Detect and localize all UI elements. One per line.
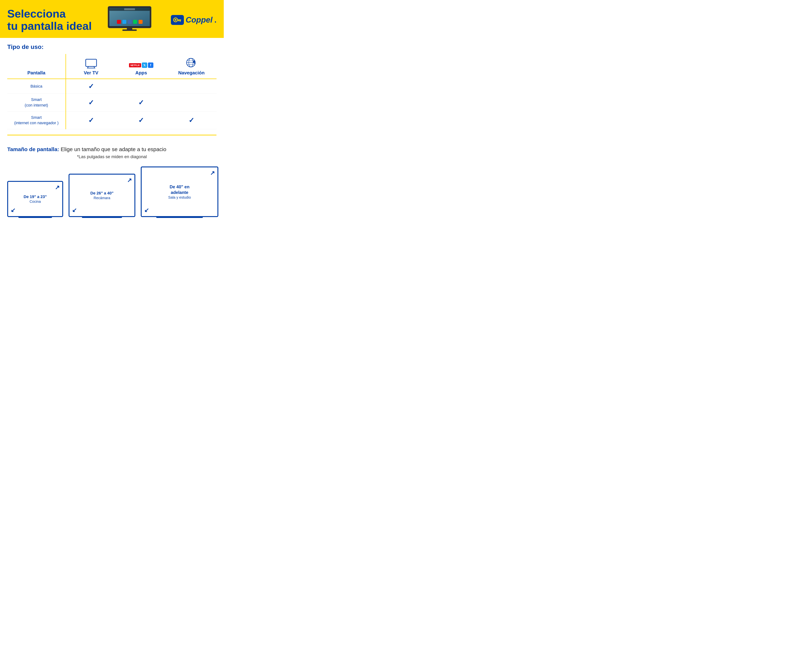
checkmark-icon: ✓ (138, 116, 144, 124)
apps-icons-group: NETFLIX 𝕏 f (129, 63, 153, 68)
col-header-pantalla: Pantalla (7, 54, 66, 79)
tv-size-medium: ↗ ↗ De 26" a 40" Recámara (69, 174, 135, 218)
arrow-sw-icon: ↗ (144, 207, 149, 214)
svg-rect-15 (180, 20, 181, 22)
navegacion-check-smart-nav: ✓ (166, 112, 217, 129)
main-content: Tipo de uso: Pantalla Ver TV (0, 38, 224, 146)
svg-rect-14 (177, 20, 181, 20)
header-title-block: Selecciona tu pantalla ideal (7, 8, 92, 32)
tv-room-label: Cocina (24, 199, 47, 203)
twitter-icon: 𝕏 (142, 63, 147, 68)
ver-tv-check-smart-nav: ✓ (66, 112, 116, 129)
navegacion-header: Navegación (170, 57, 213, 76)
svg-rect-4 (124, 8, 135, 10)
ver-tv-check-basica: ✓ (66, 79, 116, 94)
arrow-ne-icon: ↗ (210, 170, 215, 176)
col-header-ver-tv: Ver TV (66, 54, 116, 79)
header-banner: Selecciona tu pantalla ideal (0, 0, 224, 38)
col-header-apps: NETFLIX 𝕏 f Apps (116, 54, 166, 79)
arrow-ne-icon: ↗ (127, 177, 132, 184)
table-row: Smart (con internet) ✓ ✓ (7, 94, 217, 112)
tv-room-label: Recámara (90, 196, 114, 200)
svg-rect-16 (178, 20, 179, 21)
tv-label-small: De 19" a 23" Cocina (24, 194, 47, 203)
svg-rect-17 (86, 59, 96, 66)
table-row: Smart (internet con navegador ) ✓ ✓ ✓ (7, 112, 217, 129)
navegacion-check-basica (166, 79, 217, 94)
pantalla-cell-basica: Básica (7, 79, 66, 94)
header-title: Selecciona tu pantalla ideal (7, 8, 92, 32)
arrow-ne-icon: ↗ (55, 184, 60, 191)
tv-room-label: Sala y estudio (160, 195, 198, 199)
svg-rect-10 (127, 28, 132, 29)
table-row: Básica ✓ (7, 79, 217, 94)
apps-label: Apps (135, 70, 147, 76)
tipo-uso-title: Tipo de uso: (7, 43, 217, 50)
tv-size-range: De 40" en adelante (160, 184, 198, 195)
tv-size-large: ↗ ↗ De 40" en adelante Sala y estudio (141, 167, 218, 218)
arrow-sw-icon: ↗ (11, 207, 15, 214)
svg-rect-6 (122, 20, 126, 24)
tv-frame-large: ↗ ↗ De 40" en adelante Sala y estudio (141, 167, 218, 217)
tamano-section: Tamaño de pantalla: Elige un tamaño que … (0, 146, 224, 225)
svg-rect-8 (133, 20, 137, 24)
svg-point-13 (175, 19, 177, 21)
globe-icon (186, 57, 197, 69)
coppel-key-icon (171, 15, 184, 25)
checkmark-icon: ✓ (138, 99, 144, 106)
checkmark-icon: ✓ (88, 99, 94, 106)
apps-check-basica (116, 79, 166, 94)
checkmark-icon: ✓ (189, 116, 194, 124)
netflix-icon: NETFLIX (129, 63, 141, 67)
apps-header: NETFLIX 𝕏 f Apps (120, 63, 163, 76)
navegacion-label: Navegación (178, 70, 205, 76)
tamano-title: Tamaño de pantalla: Elige un tamaño que … (7, 146, 217, 152)
checkmark-icon: ✓ (88, 116, 94, 124)
svg-rect-5 (117, 20, 121, 24)
tv-icon (85, 59, 98, 69)
section-divider (7, 135, 217, 135)
ver-tv-check-smart: ✓ (66, 94, 116, 112)
tv-frame-medium: ↗ ↗ De 26" a 40" Recámara (69, 174, 135, 217)
tv-label-medium: De 26" a 40" Recámara (90, 191, 114, 200)
svg-rect-9 (139, 20, 142, 24)
svg-rect-7 (128, 20, 132, 24)
col-header-navegacion: Navegación (166, 54, 217, 79)
coppel-logo: Coppel. (171, 15, 217, 25)
tv-size-range: De 19" a 23" (24, 194, 47, 199)
tamano-subtitle: *Las pulgadas se miden en diagonal (7, 154, 217, 159)
navegacion-check-smart (166, 94, 217, 112)
tv-size-small: ↗ ↗ De 19" a 23" Cocina (7, 181, 63, 218)
apps-check-smart: ✓ (116, 94, 166, 112)
svg-rect-11 (122, 29, 137, 31)
ver-tv-label: Ver TV (84, 70, 98, 76)
coppel-brand-name: Coppel (186, 15, 212, 24)
coppel-brand-dot: . (214, 15, 217, 24)
apps-check-smart-nav: ✓ (116, 112, 166, 129)
facebook-icon: f (148, 63, 153, 68)
pantalla-cell-smart: Smart (con internet) (7, 94, 66, 112)
tv-frame-small: ↗ ↗ De 19" a 23" Cocina (7, 181, 63, 217)
tv-label-large: De 40" en adelante Sala y estudio (160, 184, 198, 199)
ver-tv-header: Ver TV (70, 59, 112, 76)
tv-illustration (106, 5, 153, 32)
pantalla-cell-smart-nav: Smart (internet con navegador ) (7, 112, 66, 129)
comparison-table: Pantalla Ver TV (7, 54, 217, 129)
checkmark-icon: ✓ (88, 83, 94, 90)
tv-hero-image (106, 5, 157, 34)
tv-size-range: De 26" a 40" (90, 191, 114, 196)
tv-sizes-row: ↗ ↗ De 19" a 23" Cocina ↗ ↗ De 26" a 40"… (7, 167, 217, 218)
arrow-sw-icon: ↗ (72, 207, 77, 214)
